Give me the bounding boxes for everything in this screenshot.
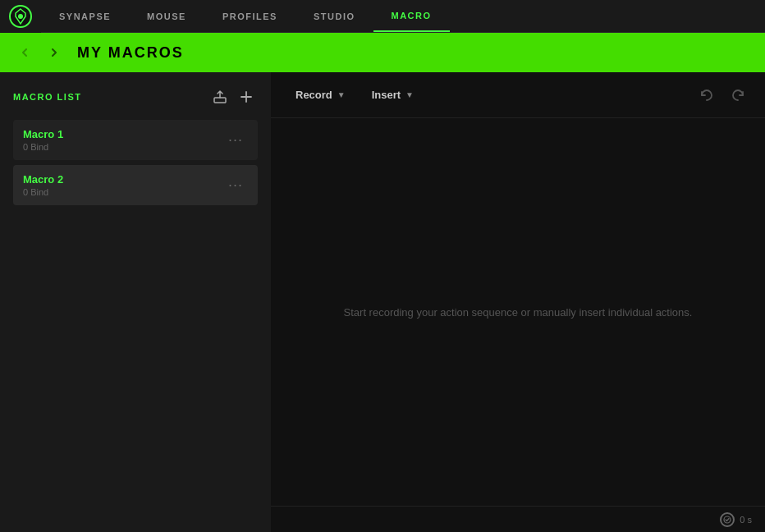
nav-item-synapse[interactable]: SYNAPSE (41, 0, 129, 32)
macro-list-title: MACRO LIST (13, 92, 205, 102)
macro-list-header: MACRO LIST (13, 85, 258, 108)
macro-name: Macro 1 (23, 128, 223, 140)
nav-item-profiles[interactable]: PROFILES (204, 0, 295, 32)
status-bar: 0 s (271, 506, 765, 532)
left-panel: MACRO LIST Macro 1 0 Bind ··· (0, 72, 271, 532)
record-dropdown-arrow: ▼ (337, 90, 346, 99)
nav-item-mouse[interactable]: MOUSE (129, 0, 204, 32)
macro-more-button[interactable]: ··· (223, 130, 248, 150)
top-nav: SYNAPSE MOUSE PROFILES STUDIO MACRO (0, 0, 765, 33)
macro-item[interactable]: Macro 1 0 Bind ··· (13, 120, 258, 160)
undo-button[interactable] (693, 81, 721, 109)
forward-button[interactable] (43, 41, 66, 64)
svg-rect-2 (214, 98, 226, 103)
macro-bind: 0 Bind (23, 142, 223, 152)
back-button[interactable] (13, 41, 36, 64)
export-button[interactable] (208, 85, 231, 108)
right-panel: Record ▼ Insert ▼ (271, 72, 765, 532)
macro-more-button[interactable]: ··· (223, 175, 248, 195)
macro-name: Macro 2 (23, 173, 223, 186)
app-logo (0, 0, 41, 33)
insert-button[interactable]: Insert ▼ (360, 84, 425, 106)
macro-bind: 0 Bind (23, 187, 223, 197)
main-content: MACRO LIST Macro 1 0 Bind ··· (0, 72, 765, 532)
svg-point-1 (18, 14, 23, 19)
nav-item-studio[interactable]: STUDIO (295, 0, 373, 32)
status-time: 0 s (740, 515, 752, 525)
record-button[interactable]: Record ▼ (284, 84, 357, 106)
page-title: MY MACROS (77, 44, 184, 62)
redo-button[interactable] (724, 81, 752, 109)
macro-item[interactable]: Macro 2 0 Bind ··· (13, 165, 258, 205)
add-macro-button[interactable] (235, 85, 258, 108)
breadcrumb-bar: MY MACROS (0, 33, 765, 72)
status-icon (720, 512, 735, 527)
insert-dropdown-arrow: ▼ (405, 90, 414, 99)
nav-items: SYNAPSE MOUSE PROFILES STUDIO MACRO (41, 0, 765, 32)
right-toolbar: Record ▼ Insert ▼ (271, 72, 765, 118)
nav-item-macro[interactable]: MACRO (373, 0, 450, 32)
empty-state: Start recording your action sequence or … (271, 118, 765, 506)
